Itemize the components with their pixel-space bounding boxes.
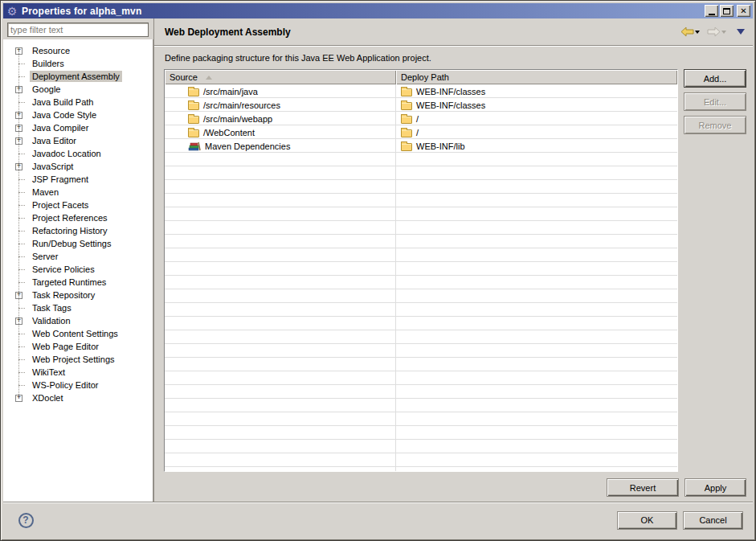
sidebar-item[interactable]: + JavaScript	[3, 160, 153, 173]
deploy-path-cell: /	[416, 114, 419, 124]
minimize-button[interactable]	[705, 5, 718, 17]
sidebar-item[interactable]: + Project References	[3, 211, 153, 224]
nav-forward-button[interactable]	[705, 25, 728, 39]
filter-input[interactable]	[7, 23, 149, 37]
table-row[interactable]: /src/main/webapp /	[165, 112, 677, 125]
sidebar-item[interactable]: + Maven	[3, 186, 153, 199]
table-row[interactable]: /src/main/java WEB-INF/classes	[165, 84, 677, 98]
tree-dash-connector	[18, 179, 25, 180]
apply-button[interactable]: Apply	[684, 478, 746, 497]
nav-back-button[interactable]	[679, 25, 701, 39]
sidebar-item[interactable]: + JSP Fragment	[3, 173, 153, 186]
table-row[interactable]: /src/main/resources WEB-INF/classes	[165, 98, 677, 112]
table-actions: Add... Edit... Remove	[684, 69, 746, 472]
sidebar-item[interactable]: + Task Tags	[3, 301, 153, 314]
sidebar-item[interactable]: + Javadoc Location	[3, 147, 153, 160]
library-icon	[188, 141, 201, 151]
sidebar-item[interactable]: + Web Content Settings	[3, 327, 153, 340]
folder-icon	[188, 129, 199, 137]
folder-icon	[401, 102, 412, 110]
folder-icon	[401, 129, 412, 137]
sidebar-item[interactable]: + Google	[3, 83, 153, 96]
sidebar-item[interactable]: + Java Build Path	[3, 96, 153, 109]
deploy-path-cell: WEB-INF/lib	[416, 141, 465, 151]
sidebar-item-label: Google	[30, 84, 63, 95]
table-row[interactable]: /WebContent /	[165, 125, 677, 139]
sidebar-item[interactable]: + Web Page Editor	[3, 340, 153, 353]
sidebar-item[interactable]: + Java Code Style	[3, 109, 153, 121]
sidebar-item-label: Project Facets	[30, 199, 91, 211]
sidebar-item-label: Task Repository	[30, 289, 97, 301]
deploy-path-cell: WEB-INF/classes	[416, 87, 485, 96]
sidebar-item-label: WikiText	[30, 367, 67, 378]
sidebar-item-label: Builders	[30, 58, 67, 69]
tree-dash-connector	[18, 372, 25, 373]
remove-button[interactable]: Remove	[684, 116, 746, 134]
sidebar-item-label: JSP Fragment	[30, 174, 91, 185]
sidebar-item-label: Web Page Editor	[30, 341, 101, 352]
edit-button[interactable]: Edit...	[684, 92, 746, 111]
folder-icon	[188, 116, 199, 124]
table-body[interactable]: /src/main/java WEB-INF/classes	[165, 84, 677, 471]
sidebar-item-label: WS-Policy Editor	[30, 379, 101, 391]
sidebar-item[interactable]: + Run/Debug Settings	[3, 237, 153, 250]
sidebar-item[interactable]: + Service Policies	[3, 263, 153, 276]
tree-dash-connector	[18, 244, 25, 244]
sidebar-item[interactable]: + Targeted Runtimes	[3, 276, 153, 289]
view-menu-button[interactable]	[732, 27, 746, 36]
sidebar-item-label: Validation	[30, 315, 73, 326]
tree-dash-connector	[18, 154, 25, 154]
page-navigation	[679, 25, 746, 39]
help-button[interactable]: ?	[16, 510, 35, 530]
maximize-icon	[723, 8, 730, 14]
revert-button[interactable]: Revert	[607, 478, 679, 497]
sidebar-item[interactable]: + WikiText	[3, 366, 153, 379]
apply-row: Revert Apply	[154, 472, 753, 502]
sidebar-item[interactable]: + Resource	[3, 44, 153, 57]
sidebar-item[interactable]: + WS-Policy Editor	[3, 379, 153, 391]
sidebar-item[interactable]: + Project Facets	[3, 199, 153, 211]
sidebar-item-label: Java Build Path	[30, 96, 96, 108]
cancel-button[interactable]: Cancel	[683, 511, 743, 530]
ok-button[interactable]: OK	[617, 511, 677, 530]
sidebar-item-label: Java Compiler	[30, 122, 91, 133]
page-description: Define packaging structure for this Java…	[154, 46, 753, 69]
tree-dash-connector	[18, 308, 25, 309]
maximize-button[interactable]	[720, 5, 734, 17]
tree-dash-connector	[18, 218, 25, 219]
sidebar-item-label: Web Project Settings	[30, 354, 117, 365]
sidebar-item-label: JavaScript	[30, 161, 76, 172]
add-button[interactable]: Add...	[684, 69, 746, 88]
sidebar-item[interactable]: + Deployment Assembly	[3, 70, 153, 83]
tree-dash-connector	[18, 64, 25, 64]
column-header-source[interactable]: Source	[165, 70, 396, 84]
sidebar-item[interactable]: + XDoclet	[3, 391, 153, 404]
sidebar-item[interactable]: + Task Repository	[3, 289, 153, 301]
sidebar-item[interactable]: + Java Compiler	[3, 121, 153, 134]
sidebar-item-label: Javadoc Location	[30, 148, 104, 159]
tree-dash-connector	[18, 192, 25, 193]
table-row[interactable]: Maven Dependencies WEB-INF/lib	[165, 139, 677, 153]
column-header-deploy-path[interactable]: Deploy Path	[396, 70, 677, 84]
titlebar[interactable]: ⚙ Properties for alpha_mvn ✕	[3, 3, 753, 18]
sidebar-item[interactable]: + Refactoring History	[3, 224, 153, 237]
expand-plus-icon[interactable]: +	[15, 395, 22, 402]
forward-arrow-icon	[707, 27, 721, 37]
sidebar-item[interactable]: + Server	[3, 250, 153, 263]
tree-dash-connector	[18, 346, 25, 347]
minimize-icon	[709, 14, 715, 15]
tree-dash-connector	[18, 385, 25, 386]
tree-connector-line	[18, 47, 19, 395]
close-icon: ✕	[740, 7, 746, 15]
sidebar-item[interactable]: + Builders	[3, 57, 153, 70]
sidebar-item-label: Deployment Assembly	[30, 71, 122, 82]
sidebar-tree[interactable]: + Resource + Builders	[3, 39, 153, 502]
sidebar-item[interactable]: + Validation	[3, 314, 153, 327]
tree-dash-connector	[18, 102, 25, 103]
sidebar-item[interactable]: + Java Editor	[3, 134, 153, 147]
close-button[interactable]: ✕	[737, 5, 750, 17]
sidebar-item[interactable]: + Web Project Settings	[3, 353, 153, 366]
source-cell: /src/main/resources	[203, 100, 280, 110]
sidebar-item-label: Refactoring History	[30, 225, 110, 236]
sidebar-item-label: Project References	[30, 212, 110, 223]
